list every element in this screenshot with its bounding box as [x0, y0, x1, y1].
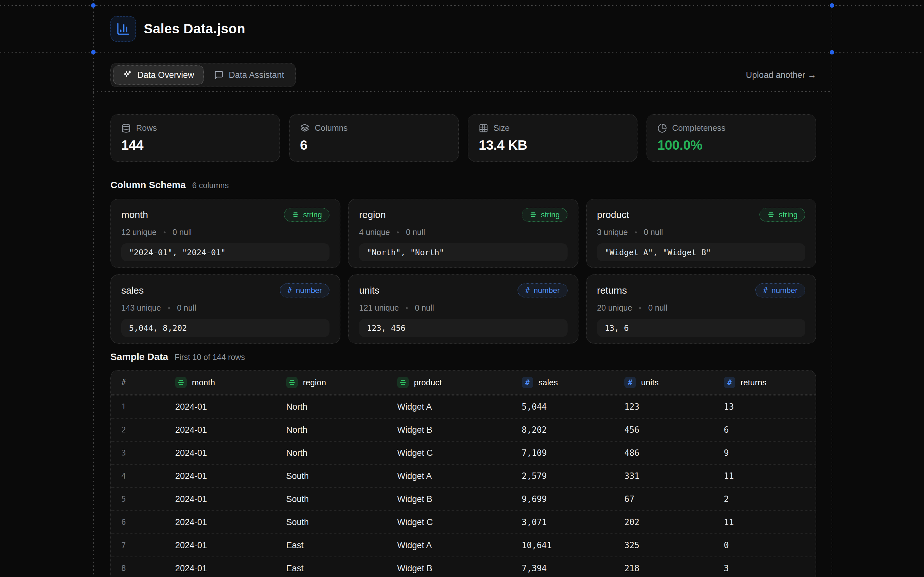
- sample-values: "North", "North": [359, 243, 567, 261]
- table-header-index: #: [111, 378, 165, 387]
- table-header-region: region: [276, 377, 387, 388]
- stat-value: 100.0%: [657, 137, 805, 153]
- cell-index: 2: [111, 425, 165, 434]
- unique-count: 4 unique: [359, 227, 390, 237]
- stat-card: Columns 6: [289, 114, 459, 162]
- schema-section-head: Column Schema 6 columns: [110, 179, 229, 190]
- cell-returns: 9: [714, 448, 816, 458]
- lines-icon: [175, 377, 187, 388]
- table-icon: [479, 123, 488, 133]
- chat-bubble-icon: [214, 70, 224, 80]
- cell-index: 3: [111, 448, 165, 458]
- table-header-returns: #returns: [714, 377, 816, 388]
- type-label: number: [533, 286, 559, 295]
- null-count: 0 null: [406, 227, 425, 237]
- cell-region: South: [276, 471, 387, 481]
- cell-units: 202: [614, 517, 714, 527]
- cell-sales: 8,202: [511, 425, 614, 435]
- schema-section-subtitle: 6 columns: [192, 181, 229, 190]
- column-stats: 3 unique 0 null: [597, 227, 805, 237]
- cell-month: 2024-01: [165, 517, 276, 527]
- tab-data-assistant[interactable]: Data Assistant: [205, 65, 293, 85]
- table-header-month: month: [165, 377, 276, 388]
- type-badge: string: [759, 208, 805, 222]
- type-label: string: [779, 210, 798, 219]
- stat-value: 6: [300, 137, 448, 153]
- cell-region: East: [276, 540, 387, 550]
- unique-count: 143 unique: [121, 303, 161, 313]
- type-label: number: [296, 286, 322, 295]
- cell-units: 123: [614, 402, 714, 412]
- cell-month: 2024-01: [165, 540, 276, 550]
- tab-label: Data Overview: [137, 70, 194, 80]
- tab-label: Data Assistant: [229, 70, 284, 80]
- cell-month: 2024-01: [165, 471, 276, 481]
- sparkles-icon: [123, 70, 132, 80]
- stat-label: Completeness: [672, 123, 725, 133]
- table-row: 52024-01SouthWidget B9,699672: [111, 487, 816, 510]
- column-stats: 20 unique 0 null: [597, 303, 805, 313]
- cell-product: Widget B: [387, 494, 511, 504]
- sample-values: "Widget A", "Widget B": [597, 243, 805, 261]
- selection-handle-bottom-right[interactable]: [830, 50, 834, 55]
- table-header-sales: #sales: [511, 377, 614, 388]
- unique-count: 3 unique: [597, 227, 628, 237]
- sample-data-table: #monthregionproduct#sales#units#returns1…: [110, 370, 816, 577]
- type-badge: # number: [280, 284, 330, 298]
- hash-icon: #: [624, 377, 636, 388]
- upload-another-link[interactable]: Upload another →: [746, 70, 816, 80]
- cell-month: 2024-01: [165, 402, 276, 412]
- dot-separator: [168, 307, 170, 309]
- cell-returns: 13: [714, 402, 816, 412]
- column-name: sales: [121, 285, 144, 296]
- cell-index: 4: [111, 472, 165, 480]
- cell-product: Widget C: [387, 448, 511, 458]
- stat-card: Size 13.4 KB: [468, 114, 638, 162]
- stat-card: Completeness 100.0%: [646, 114, 816, 162]
- hash-icon: #: [763, 287, 767, 294]
- unique-count: 20 unique: [597, 303, 632, 313]
- table-row: 82024-01EastWidget B7,3942183: [111, 556, 816, 577]
- schema-column-card: sales # number 143 unique 0 null 5,044, …: [110, 274, 341, 343]
- selection-handle-top-left[interactable]: [91, 3, 95, 8]
- table-row: 42024-01SouthWidget A2,57933111: [111, 464, 816, 487]
- dot-separator: [635, 231, 637, 234]
- type-badge: # number: [755, 284, 805, 298]
- cell-units: 218: [614, 564, 714, 573]
- schema-grid: month string 12 unique 0 null "2024-01",…: [110, 199, 816, 343]
- cell-index: 1: [111, 402, 165, 411]
- dot-separator: [639, 307, 641, 309]
- column-stats: 121 unique 0 null: [359, 303, 567, 313]
- type-label: string: [541, 210, 560, 219]
- sample-values: 13, 6: [597, 319, 805, 337]
- cell-month: 2024-01: [165, 425, 276, 435]
- selection-handle-bottom-left[interactable]: [91, 50, 95, 55]
- type-badge: string: [522, 208, 567, 222]
- lines-icon: [767, 211, 775, 219]
- cell-units: 486: [614, 448, 714, 458]
- tab-data-overview[interactable]: Data Overview: [113, 65, 204, 85]
- hash-icon: #: [525, 287, 530, 294]
- column-stats: 4 unique 0 null: [359, 227, 567, 237]
- cell-sales: 3,071: [511, 517, 614, 527]
- lines-icon: [397, 377, 409, 388]
- cell-product: Widget C: [387, 517, 511, 527]
- sample-section-subtitle: First 10 of 144 rows: [174, 353, 245, 362]
- pie-chart-icon: [657, 123, 667, 133]
- cell-region: South: [276, 517, 387, 527]
- cell-region: South: [276, 494, 387, 504]
- stat-value: 13.4 KB: [479, 137, 627, 153]
- table-row: 72024-01EastWidget A10,6413250: [111, 533, 816, 556]
- sample-values: 123, 456: [359, 319, 567, 337]
- dot-separator: [164, 231, 166, 234]
- dot-separator: [397, 231, 399, 234]
- column-name: month: [121, 210, 148, 220]
- database-icon: [121, 123, 131, 133]
- app-window: Sales Data.json Data Overview: [0, 0, 924, 577]
- column-name: returns: [597, 285, 627, 296]
- cell-returns: 6: [714, 425, 816, 435]
- stat-label: Columns: [315, 123, 348, 133]
- selection-handle-top-right[interactable]: [830, 3, 834, 8]
- schema-column-card: product string 3 unique 0 null "Widget A…: [586, 199, 816, 268]
- cell-sales: 5,044: [511, 402, 614, 412]
